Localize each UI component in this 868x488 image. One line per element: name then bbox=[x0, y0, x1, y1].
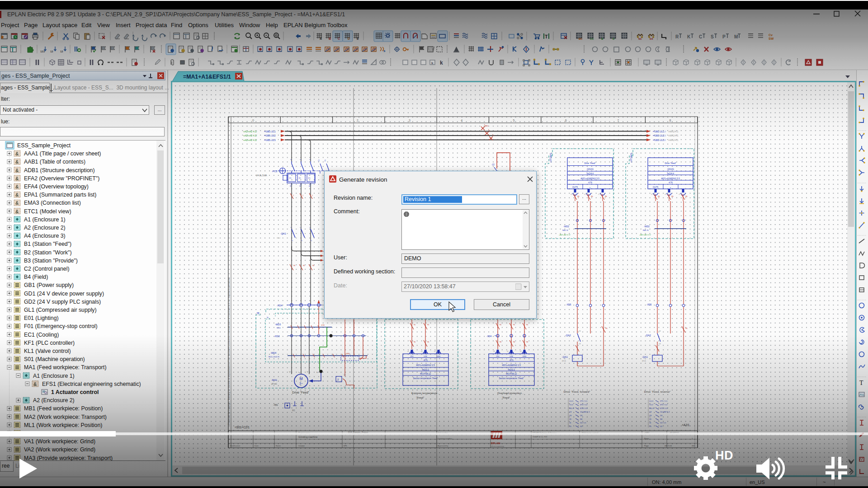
svg-text:6T3 / L3: 6T3 / L3 bbox=[580, 407, 588, 409]
svg-text:x: x bbox=[590, 186, 590, 188]
svg-text:Section temperature “Feed”: Section temperature “Feed” bbox=[413, 377, 438, 380]
svg-text:-XD4: -XD4 bbox=[486, 335, 492, 338]
svg-text:MB1 (Feed workpiece: Position): MB1 (Feed workpiece: Position) bbox=[24, 405, 103, 412]
svg-text:4KF1+A2&EFA2/ 2.5: 4KF1+A2&EFA2/ 2.5 bbox=[502, 364, 521, 366]
svg-text:+A2/1: +A2/1 bbox=[682, 423, 690, 427]
svg-text:4KF1+A2&EFA2/ 2.5: 4KF1+A2&EFA2/ 2.5 bbox=[416, 364, 435, 366]
svg-text:-QB2: -QB2 bbox=[484, 125, 489, 127]
svg-text:1 Actuator control: 1 Actuator control bbox=[51, 389, 99, 395]
svg-text:=GB1-2L3 /: =GB1-2L3 / bbox=[653, 139, 666, 141]
svg-text:P: P bbox=[722, 34, 726, 39]
svg-text:VA1 (Work workpiece: Grind): VA1 (Work workpiece: Grind) bbox=[24, 438, 95, 445]
svg-text:96: 96 bbox=[685, 195, 688, 197]
svg-text:11: 11 bbox=[649, 422, 651, 424]
svg-text:4KF1+A2&EFA2/ 5.5: 4KF1+A2&EFA2/ 5.5 bbox=[580, 178, 599, 180]
svg-text:11: 11 bbox=[569, 422, 571, 424]
svg-text:8: 8 bbox=[669, 119, 671, 122]
svg-text:(8.4): (8.4) bbox=[642, 360, 646, 362]
svg-text:14: 14 bbox=[659, 343, 661, 345]
svg-text:U4-2L.5-2A: U4-2L.5-2A bbox=[256, 174, 267, 177]
svg-text:-QA2: -QA2 bbox=[645, 334, 651, 337]
svg-text:R: R bbox=[675, 34, 679, 39]
svg-text:=GB1-2L2 /: =GB1-2L2 / bbox=[653, 134, 666, 137]
svg-text:A4 (Enclosure 3): A4 (Enclosure 3) bbox=[24, 233, 66, 239]
svg-text:23: 23 bbox=[649, 414, 651, 417]
svg-text:ADB1 (Structure description): ADB1 (Structure description) bbox=[24, 167, 95, 174]
svg-text:“Feed”: “Feed” bbox=[502, 396, 510, 399]
svg-text:13: 13 bbox=[649, 411, 651, 413]
svg-text:12: 12 bbox=[50, 50, 53, 53]
svg-text:+A2/+A2 4.1/: +A2/+A2 4.1/ bbox=[243, 130, 257, 133]
svg-text:A1 (Enclosure 1): A1 (Enclosure 1) bbox=[24, 216, 66, 223]
svg-text:-MA1: -MA1 bbox=[271, 379, 277, 381]
svg-text:&: & bbox=[15, 176, 19, 181]
svg-text:T: T bbox=[545, 34, 548, 39]
svg-text:AAB1 (Table of contents): AAB1 (Table of contents) bbox=[24, 159, 85, 165]
svg-text:TeQ/2.2: TeQ/2.2 bbox=[508, 369, 515, 371]
svg-text:Drive “Feed, forward”: Drive “Feed, forward” bbox=[564, 390, 590, 393]
svg-text:96: 96 bbox=[312, 265, 314, 267]
svg-text:NLD+GnD N: NLD+GnD N bbox=[269, 356, 279, 358]
svg-text:Creator: Creator bbox=[298, 445, 305, 447]
svg-text:EFS1 (Electrical engineering s: EFS1 (Electrical engineering schematic) bbox=[42, 381, 141, 387]
svg-text:6T3 / L3: 6T3 / L3 bbox=[660, 407, 668, 409]
svg-text:14 xM2 5.1: 14 xM2 5.1 bbox=[580, 411, 590, 413]
svg-text:12: 12 bbox=[60, 50, 63, 53]
svg-text:Name: Name bbox=[276, 445, 281, 447]
svg-text:24: 24 bbox=[580, 414, 582, 417]
svg-text:&: & bbox=[33, 382, 37, 387]
svg-text:GND: GND bbox=[437, 355, 441, 357]
svg-text:95: 95 bbox=[427, 324, 429, 326]
svg-text:-QA1: -QA1 bbox=[642, 356, 648, 358]
svg-text:TeQ/4.4: TeQ/4.4 bbox=[586, 173, 594, 175]
svg-text:C2 (Control panel): C2 (Control panel) bbox=[24, 266, 69, 272]
svg-text:4K3 P.06.12: 4K3 P.06.12 bbox=[506, 373, 517, 375]
svg-text:+A2/+A2 4.1/: +A2/+A2 4.1/ bbox=[243, 134, 257, 137]
svg-text:95: 95 bbox=[526, 324, 528, 326]
svg-text:KL1 (Valve control): KL1 (Valve control) bbox=[24, 348, 71, 354]
svg-text:ML1 (Work workpiece: Position): ML1 (Work workpiece: Position) bbox=[24, 422, 102, 428]
svg-text:16.4: 16.4 bbox=[277, 237, 281, 239]
svg-text:ETC1 (Model view): ETC1 (Model view) bbox=[24, 208, 71, 215]
svg-text:-XD5: -XD5 bbox=[566, 303, 571, 306]
svg-text:E: E bbox=[357, 37, 359, 40]
svg-text:13: 13 bbox=[569, 411, 571, 413]
svg-text:W,L3: W,L3 bbox=[569, 407, 574, 409]
svg-text:-K76: -K76 bbox=[588, 182, 592, 184]
svg-text:GND: GND bbox=[523, 355, 527, 357]
svg-text:S01 (Machine operation): S01 (Machine operation) bbox=[24, 356, 85, 362]
svg-text:-WD2: -WD2 bbox=[563, 225, 569, 228]
svg-text:&: & bbox=[15, 201, 19, 206]
svg-text:13: 13 bbox=[659, 330, 661, 332]
svg-text:SW: SW bbox=[769, 37, 774, 40]
svg-text:+A2/+A2 4.1/: +A2/+A2 4.1/ bbox=[559, 234, 571, 236]
svg-text:+MA2/4.1: +MA2/4.1 bbox=[668, 139, 678, 141]
svg-text:2N1: 2N1 bbox=[410, 355, 414, 357]
svg-text:Express temperature ,: Express temperature , bbox=[411, 391, 439, 394]
svg-text:OUT5: OUT5 bbox=[653, 186, 658, 188]
svg-text:A2 (Enclosure 2): A2 (Enclosure 2) bbox=[24, 225, 66, 231]
svg-text:N&L.N: N&L.N bbox=[643, 229, 648, 231]
svg-text:21: 21 bbox=[649, 425, 651, 427]
svg-text:V,L2: V,L2 bbox=[649, 404, 653, 406]
svg-text:96: 96 bbox=[513, 341, 515, 343]
svg-text:=GB1-2L1 /: =GB1-2L1 / bbox=[653, 130, 666, 133]
svg-text:GD2 (24 V supply PLC signals): GD2 (24 V supply PLC signals) bbox=[24, 299, 101, 305]
svg-text:DX: DX bbox=[650, 38, 653, 40]
svg-text:B2 (Station "Work"): B2 (Station "Work") bbox=[24, 249, 72, 256]
svg-text:&: & bbox=[15, 160, 19, 164]
svg-text:-K71: -K71 bbox=[423, 359, 428, 361]
svg-text:U,L1: U,L1 bbox=[649, 400, 654, 402]
svg-text:B1 (Station "Feed"): B1 (Station "Feed") bbox=[24, 241, 71, 247]
svg-text:E01 (Lighting): E01 (Lighting) bbox=[24, 315, 59, 321]
svg-text:GB1 (Power supply): GB1 (Power supply) bbox=[24, 282, 74, 288]
svg-text:-QA1A1: -QA1A1 bbox=[667, 168, 675, 170]
svg-text:96: 96 bbox=[500, 341, 501, 343]
svg-text:95: 95 bbox=[685, 327, 688, 329]
svg-text:31: 31 bbox=[649, 418, 651, 420]
svg-text:M: M bbox=[299, 376, 302, 381]
svg-text:1: 1 bbox=[304, 119, 306, 122]
svg-text:B3 (Station "Provide"): B3 (Station "Provide") bbox=[24, 258, 78, 264]
svg-text:5L: 5L bbox=[267, 316, 269, 319]
svg-text:-QA1: -QA1 bbox=[280, 232, 286, 235]
